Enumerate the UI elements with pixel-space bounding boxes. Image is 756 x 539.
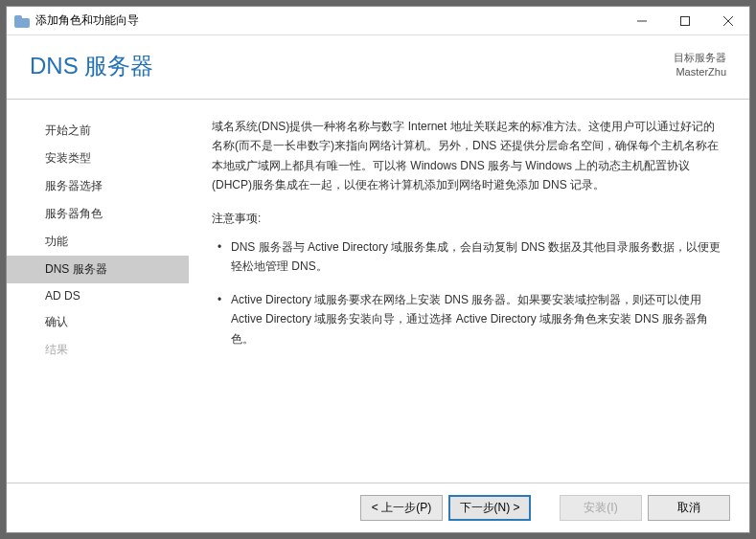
install-button: 安装(I) <box>560 495 642 521</box>
sidebar-item-label: 确认 <box>45 315 68 328</box>
header: DNS 服务器 目标服务器 MasterZhu <box>7 35 749 100</box>
titlebar-text: 添加角色和功能向导 <box>35 12 139 29</box>
sidebar-item-label: 开始之前 <box>45 124 91 137</box>
notes-list: DNS 服务器与 Active Directory 域服务集成，会自动复制 DN… <box>212 237 722 348</box>
sidebar-item-install-type[interactable]: 安装类型 <box>7 145 189 172</box>
sidebar-item-label: AD DS <box>45 289 80 303</box>
minimize-button[interactable] <box>620 7 663 34</box>
svg-rect-1 <box>680 16 689 25</box>
cancel-button[interactable]: 取消 <box>648 495 730 521</box>
minimize-icon <box>637 16 647 26</box>
sidebar: 开始之前 安装类型 服务器选择 服务器角色 功能 DNS 服务器 AD DS 确… <box>7 100 189 483</box>
sidebar-item-label: 服务器角色 <box>45 207 103 220</box>
sidebar-item-before-begin[interactable]: 开始之前 <box>7 117 189 145</box>
sidebar-item-dns-server[interactable]: DNS 服务器 <box>7 256 189 283</box>
window-controls <box>620 7 749 34</box>
note-item: Active Directory 域服务要求在网络上安装 DNS 服务器。如果要… <box>218 290 722 348</box>
content: 域名系统(DNS)提供一种将名称与数字 Internet 地址关联起来的标准方法… <box>189 100 749 483</box>
spacer <box>537 495 554 521</box>
next-button[interactable]: 下一步(N) > <box>448 495 531 521</box>
intro-text: 域名系统(DNS)提供一种将名称与数字 Internet 地址关联起来的标准方法… <box>212 117 722 195</box>
wizard-window: 添加角色和功能向导 DNS 服务器 目标服务器 MasterZhu 开始之前 安… <box>6 6 750 533</box>
sidebar-item-results: 结果 <box>7 336 189 364</box>
close-button[interactable] <box>706 7 749 34</box>
sidebar-item-server-roles[interactable]: 服务器角色 <box>7 200 189 228</box>
sidebar-item-confirm[interactable]: 确认 <box>7 308 189 336</box>
maximize-icon <box>680 16 690 26</box>
footer: < 上一步(P) 下一步(N) > 安装(I) 取消 <box>7 483 749 532</box>
notes-label: 注意事项: <box>212 209 722 228</box>
target-info: 目标服务器 MasterZhu <box>674 51 726 80</box>
sidebar-item-label: 服务器选择 <box>45 179 103 192</box>
previous-button[interactable]: < 上一步(P) <box>360 495 443 521</box>
titlebar: 添加角色和功能向导 <box>7 7 749 35</box>
sidebar-item-ad-ds[interactable]: AD DS <box>7 283 189 308</box>
sidebar-item-label: 结果 <box>45 343 68 356</box>
close-icon <box>723 16 733 26</box>
sidebar-item-features[interactable]: 功能 <box>7 228 189 256</box>
sidebar-item-label: 功能 <box>45 235 68 248</box>
sidebar-item-server-select[interactable]: 服务器选择 <box>7 172 189 200</box>
sidebar-item-label: DNS 服务器 <box>45 262 107 276</box>
app-icon <box>14 14 30 28</box>
page-title: DNS 服务器 <box>30 51 153 81</box>
target-name: MasterZhu <box>674 65 726 79</box>
body: 开始之前 安装类型 服务器选择 服务器角色 功能 DNS 服务器 AD DS 确… <box>7 100 749 483</box>
maximize-button[interactable] <box>663 7 706 34</box>
target-label: 目标服务器 <box>674 51 726 65</box>
sidebar-item-label: 安装类型 <box>45 151 91 165</box>
note-item: DNS 服务器与 Active Directory 域服务集成，会自动复制 DN… <box>218 237 722 277</box>
